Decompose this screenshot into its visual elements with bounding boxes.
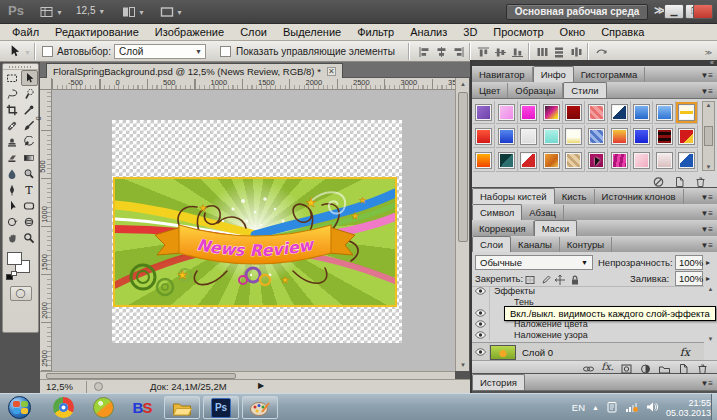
menu-edit[interactable]: Редактирование xyxy=(47,26,147,38)
effect-row-5[interactable]: Наложение узора xyxy=(472,329,704,340)
style-swatch-25[interactable] xyxy=(563,149,585,172)
menu-filter[interactable]: Фильтр xyxy=(349,26,402,38)
style-swatch-23[interactable] xyxy=(518,149,540,172)
style-swatch-22[interactable] xyxy=(496,149,518,172)
effect-eye-icon[interactable] xyxy=(472,307,490,318)
tab-history[interactable]: История xyxy=(472,374,525,390)
new-style-icon[interactable] xyxy=(673,174,686,186)
style-swatch-6[interactable] xyxy=(586,101,608,124)
blend-mode-dropdown[interactable]: Обычные▼ xyxy=(475,255,593,270)
zoom-tool[interactable] xyxy=(21,230,38,246)
tool-preset-caret-icon[interactable]: ▼ xyxy=(24,49,31,56)
styles-scroll-down-icon[interactable]: ▼ xyxy=(703,164,714,170)
panel-menu-icon[interactable]: ▼≡ xyxy=(700,379,717,390)
layer0-name[interactable]: Слой 0 xyxy=(522,347,553,358)
options-overflow-icon[interactable]: ≫ xyxy=(705,49,712,57)
volume-icon[interactable] xyxy=(646,399,659,417)
status-zoom-value[interactable]: 12,5% xyxy=(46,381,73,392)
effect-eye-icon[interactable] xyxy=(472,318,490,329)
bs-app-icon[interactable]: BS xyxy=(127,396,157,419)
layers-scroll-down-icon[interactable]: ▼ xyxy=(705,336,716,342)
shape-tool[interactable] xyxy=(21,198,38,214)
new-layer-icon[interactable] xyxy=(677,361,690,373)
dodge-tool[interactable] xyxy=(21,166,38,182)
scroll-down-icon[interactable]: ▼ xyxy=(456,359,470,371)
quick-selection-tool[interactable] xyxy=(21,86,38,102)
menu-3d[interactable]: 3D xyxy=(455,26,485,38)
link-layers-icon[interactable] xyxy=(582,361,595,373)
explorer-taskbar-button[interactable] xyxy=(164,396,200,419)
style-swatch-2[interactable] xyxy=(496,101,518,124)
layer-fx-badge[interactable]: fx xyxy=(680,346,690,359)
blur-tool[interactable] xyxy=(4,166,21,182)
tab-navigator[interactable]: Навигатор xyxy=(472,67,533,82)
path-selection-tool[interactable] xyxy=(4,198,21,214)
clone-stamp-tool[interactable] xyxy=(4,134,21,150)
vertical-scrollbar[interactable]: ▲ ▼ xyxy=(455,78,469,371)
menu-file[interactable]: Файл xyxy=(4,26,47,38)
tab-info[interactable]: Инфо xyxy=(533,66,574,82)
lock-all-icon[interactable] xyxy=(569,272,582,285)
vertical-scroll-thumb[interactable] xyxy=(458,92,468,242)
zoom-level-field[interactable]: 12,5 ▼ xyxy=(76,5,105,16)
document-close-icon[interactable]: ✕ xyxy=(327,67,336,76)
screen-mode-icon[interactable]: ▼ xyxy=(160,4,183,20)
canvas-viewport[interactable]: ★ ★ ★ ★ ★ ★ xyxy=(52,90,455,371)
tab-channels[interactable]: Каналы xyxy=(511,237,560,252)
style-swatch-20[interactable] xyxy=(676,125,698,148)
layer-style-icon[interactable]: fx. xyxy=(601,361,614,373)
type-tool[interactable]: T xyxy=(21,182,38,198)
move-tool[interactable] xyxy=(21,70,38,86)
align-left-icon[interactable] xyxy=(418,44,433,58)
styles-scroll-up-icon[interactable]: ▲ xyxy=(703,102,714,108)
style-swatch-28[interactable] xyxy=(631,149,653,172)
adjustment-layer-icon[interactable] xyxy=(639,361,652,373)
menu-select[interactable]: Выделение xyxy=(275,26,349,38)
delete-layer-icon[interactable] xyxy=(696,361,709,373)
layers-scroll-up-icon[interactable]: ▲ xyxy=(705,286,716,292)
3d-orbit-tool[interactable] xyxy=(21,214,38,230)
align-v-center-icon[interactable] xyxy=(494,44,509,58)
panel-menu-icon[interactable]: ▼≡ xyxy=(700,225,717,236)
align-h-center-icon[interactable] xyxy=(435,44,450,58)
tab-adjustments[interactable]: Коррекция xyxy=(472,221,534,236)
start-button[interactable] xyxy=(4,396,34,419)
style-swatch-16[interactable] xyxy=(586,125,608,148)
panel-menu-icon[interactable]: ▼≡ xyxy=(700,87,717,98)
auto-align-icon[interactable] xyxy=(595,44,610,58)
style-swatch-27[interactable] xyxy=(609,149,631,172)
delete-style-icon[interactable] xyxy=(694,174,707,186)
language-indicator[interactable]: EN xyxy=(572,402,585,413)
action-center-icon[interactable] xyxy=(606,399,618,417)
fill-spinner-icon[interactable]: ▸ xyxy=(706,274,710,283)
eraser-tool[interactable] xyxy=(4,150,21,166)
auto-select-checkbox[interactable] xyxy=(42,46,53,57)
tab-paragraph[interactable]: Абзац xyxy=(522,205,564,220)
styles-scrollbar[interactable]: ▲ ▼ xyxy=(702,101,715,171)
layer0-visibility-eye-icon[interactable] xyxy=(472,343,490,362)
distribute-centers-icon[interactable] xyxy=(570,44,585,58)
opacity-value[interactable]: 100% xyxy=(675,255,703,270)
style-swatch-14[interactable] xyxy=(541,125,563,148)
panel-menu-icon[interactable]: ▼≡ xyxy=(700,241,717,252)
style-swatch-4[interactable] xyxy=(541,101,563,124)
workspace-switcher-button[interactable]: Основная рабочая среда xyxy=(506,4,648,20)
distribute-horizontal-icon[interactable] xyxy=(553,44,568,58)
lock-position-icon[interactable] xyxy=(554,272,567,285)
menu-view[interactable]: Просмотр xyxy=(485,26,551,38)
tab-brush[interactable]: Кисть xyxy=(555,189,595,204)
tab-swatches[interactable]: Образцы xyxy=(508,83,563,98)
horizontal-ruler[interactable]: -5000500100015002000250030003500 xyxy=(52,78,455,90)
style-swatch-19[interactable] xyxy=(654,125,676,148)
style-swatch-26[interactable] xyxy=(586,149,608,172)
menu-image[interactable]: Изображение xyxy=(147,26,232,38)
minimize-button[interactable]: ▁ xyxy=(664,4,684,19)
view-extras-icon[interactable]: ▼ xyxy=(40,4,63,20)
arrange-documents-icon[interactable]: ▼ xyxy=(122,4,145,20)
status-menu-icon[interactable]: ▶ xyxy=(258,381,264,390)
tab-masks[interactable]: Маски xyxy=(534,220,578,236)
style-swatch-7[interactable] xyxy=(609,101,631,124)
style-swatch-24[interactable] xyxy=(541,149,563,172)
effect-eye-icon[interactable] xyxy=(472,296,490,307)
style-swatch-12[interactable] xyxy=(496,125,518,148)
